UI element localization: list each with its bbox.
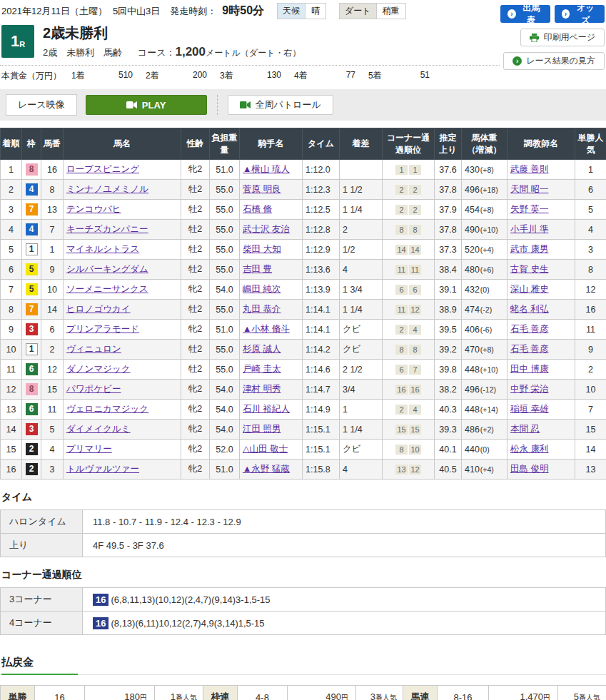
course-label: コース： xyxy=(138,47,176,58)
trainer-link[interactable]: 古賀 史生 xyxy=(510,264,548,274)
corner-section-title: コーナー通過順位 xyxy=(1,569,606,582)
horse-link[interactable]: トルヴァルツァー xyxy=(66,464,139,474)
horse-number: 13 xyxy=(41,200,64,220)
horse-link[interactable]: ミンナノユメミノル xyxy=(66,184,148,194)
payout-row: 単勝 16 180円 1番人気 枠連 4-8 490円 3番人気 馬連 8-16… xyxy=(1,686,606,700)
jockey-link[interactable]: ▲永野 猛蔵 xyxy=(243,464,290,474)
horse-link[interactable]: ロープスピニング xyxy=(66,164,139,174)
finish-time: 1:13.9 xyxy=(303,280,340,300)
last-3f-time: 40.5 xyxy=(435,460,462,480)
win-popularity: 2 xyxy=(575,360,606,380)
finish-position: 6 xyxy=(1,260,22,280)
horse-name-cell: パワポケビー xyxy=(64,380,181,400)
horse-link[interactable]: プリマリー xyxy=(66,444,112,454)
jockey-link[interactable]: △山田 敬士 xyxy=(243,444,288,454)
trainer-link[interactable]: 天間 昭一 xyxy=(510,184,548,194)
horse-link[interactable]: ヒロノゴウカイ xyxy=(66,304,131,314)
horse-link[interactable]: シルバーキングダム xyxy=(66,264,148,274)
trainer-link[interactable]: 中野 栄治 xyxy=(510,384,548,394)
horse-link[interactable]: パワポケビー xyxy=(66,384,121,394)
trainer-link[interactable]: 本間 忍 xyxy=(510,424,540,434)
jockey-link[interactable]: 石橋 脩 xyxy=(243,204,272,214)
trainer-link[interactable]: 石毛 善彦 xyxy=(510,344,548,354)
trainer-link[interactable]: 稲垣 幸雄 xyxy=(510,404,548,414)
trainer-link[interactable]: 矢野 英一 xyxy=(510,204,548,214)
horse-link[interactable]: ダイメイクルミ xyxy=(66,424,131,434)
horse-name-cell: マイネルシトラス xyxy=(64,240,181,260)
result-guide-button[interactable]: › レース結果の見方 xyxy=(503,52,605,70)
trainer-link[interactable]: 田島 俊明 xyxy=(510,464,548,474)
corner-order: 22 xyxy=(383,200,435,220)
table-row: 248ミンナノユメミノル牡255.0菅原 明良1:12.31 1/22237.8… xyxy=(1,180,606,200)
trainer-link[interactable]: 蛯名 利弘 xyxy=(510,304,548,314)
finish-position: 9 xyxy=(1,320,22,340)
jockey-link[interactable]: 菅原 明良 xyxy=(243,184,281,194)
page-header: 2021年12月11日（土曜） 5回中山3日 発走時刻：9時50分 天候 晴 ダ… xyxy=(0,3,606,82)
results-header-row: 着順 枠 馬番 馬名 性齢 負担重量 騎手名 タイム 着差 コーナー通過順位 推… xyxy=(1,128,606,160)
jockey-link[interactable]: 丸田 恭介 xyxy=(243,304,281,314)
trainer-name-cell: 古賀 史生 xyxy=(507,260,575,280)
carried-weight: 54.0 xyxy=(210,400,240,420)
trainer-name-cell: 中野 栄治 xyxy=(507,380,575,400)
patrol-video-button[interactable]: 全周パトロール xyxy=(228,95,333,115)
jockey-link[interactable]: 嶋田 純次 xyxy=(243,284,281,294)
trainer-name-cell: 石毛 善彦 xyxy=(507,340,575,360)
leader-number-chip: 16 xyxy=(93,594,108,606)
jockey-link[interactable]: 武士沢 友治 xyxy=(243,224,290,234)
horse-name-cell: プリンアラモード xyxy=(64,320,181,340)
trainer-link[interactable]: 深山 雅史 xyxy=(510,284,548,294)
horse-link[interactable]: マイネルシトラス xyxy=(66,244,139,254)
prize-item: 3着130 xyxy=(220,70,294,82)
finish-position: 7 xyxy=(1,280,22,300)
finish-time: 1:15.1 xyxy=(303,420,340,440)
trainer-name-cell: 稲垣 幸雄 xyxy=(507,400,575,420)
carried-weight: 55.0 xyxy=(210,340,240,360)
frame-number: 2 xyxy=(22,460,41,480)
jockey-link[interactable]: 柴田 大知 xyxy=(243,244,281,254)
trainer-name-cell: 田中 博康 xyxy=(507,360,575,380)
horse-link[interactable]: ヴィニュロン xyxy=(66,344,121,354)
jockey-link[interactable]: 杉原 誠人 xyxy=(243,344,281,354)
trainer-link[interactable]: 田中 博康 xyxy=(510,364,548,374)
horse-name-cell: ヒロノゴウカイ xyxy=(64,300,181,320)
horse-link[interactable]: ヴェロニカマジック xyxy=(66,404,148,414)
course-distance: 1,200 xyxy=(175,45,206,59)
jockey-link[interactable]: 津村 明秀 xyxy=(243,384,281,394)
jockey-link[interactable]: 江田 照男 xyxy=(243,424,281,434)
sex-age: 牝2 xyxy=(181,320,210,340)
track-condition-value: 稍重 xyxy=(377,4,405,19)
trainer-link[interactable]: 武市 康男 xyxy=(510,244,548,254)
finish-time: 1:15.1 xyxy=(303,440,340,460)
horse-link[interactable]: ソーメニーサンクス xyxy=(66,284,148,294)
jockey-link[interactable]: ▲小林 脩斗 xyxy=(243,324,290,334)
print-page-button[interactable]: 印刷用ページ xyxy=(520,29,605,46)
weather-value: 晴 xyxy=(305,4,325,19)
odds-button[interactable]: › オッズ xyxy=(555,5,605,23)
body-weight: 410(+4) xyxy=(462,460,507,480)
horse-link[interactable]: ダノンマジック xyxy=(66,364,131,374)
payout-section-title: 払戻金 xyxy=(1,656,78,675)
race-number-suffix: R xyxy=(19,40,25,49)
entry-table-button[interactable]: › 出馬表 xyxy=(500,5,550,23)
horse-name-cell: テンコウバヒ xyxy=(64,200,181,220)
horse-link[interactable]: プリンアラモード xyxy=(66,324,139,334)
jockey-link[interactable]: ▲横山 琉人 xyxy=(243,164,290,174)
last-3f-time: 39.5 xyxy=(435,320,462,340)
prize-item: 4着77 xyxy=(294,70,368,82)
finish-time: 1:14.2 xyxy=(303,340,340,360)
trainer-link[interactable]: 石毛 善彦 xyxy=(510,324,548,334)
horse-link[interactable]: キーチズカンパニー xyxy=(66,224,148,234)
carried-weight: 55.0 xyxy=(210,220,240,240)
trainer-link[interactable]: 小手川 準 xyxy=(510,224,548,234)
jockey-link[interactable]: 吉田 豊 xyxy=(243,264,272,274)
margin: 1 1/4 xyxy=(340,420,383,440)
trainer-link[interactable]: 武藤 善則 xyxy=(510,164,548,174)
jockey-link[interactable]: 石川 裕紀人 xyxy=(243,404,290,414)
play-button[interactable]: PLAY xyxy=(86,95,207,115)
carried-weight: 51.0 xyxy=(210,160,240,180)
finish-time: 1:14.6 xyxy=(303,360,340,380)
horse-link[interactable]: テンコウバヒ xyxy=(66,204,121,214)
trainer-name-cell: 松永 康利 xyxy=(507,440,575,460)
jockey-link[interactable]: 戸崎 圭太 xyxy=(243,364,281,374)
trainer-link[interactable]: 松永 康利 xyxy=(510,444,548,454)
